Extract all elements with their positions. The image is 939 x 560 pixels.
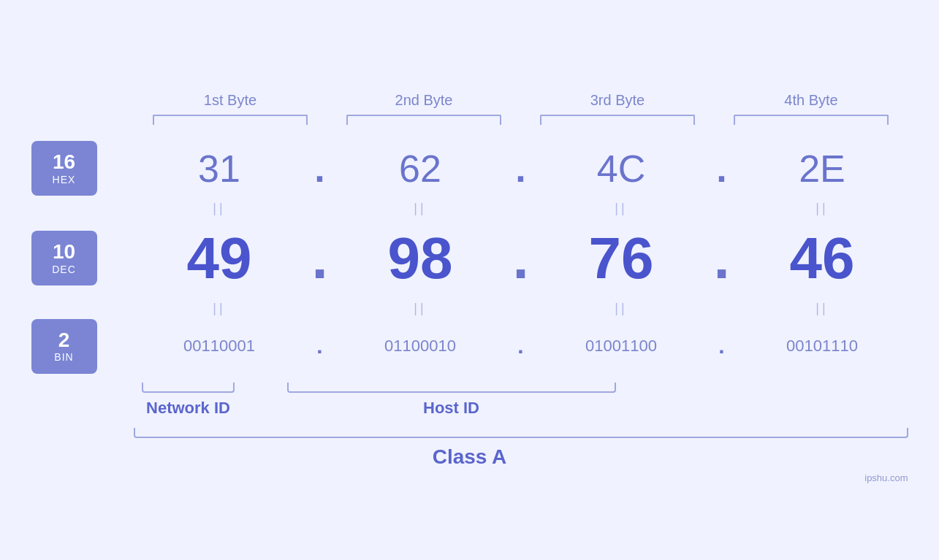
top-bracket-4: [715, 115, 908, 125]
class-a-bracket: [134, 428, 908, 438]
equals-1-3: ||: [536, 201, 707, 216]
dec-dot-2: .: [506, 225, 536, 292]
equals-2-4: ||: [737, 301, 908, 316]
top-bracket-1: [134, 115, 327, 125]
dec-byte-4: 46: [737, 219, 908, 298]
byte-header-2: 2nd Byte: [327, 92, 521, 109]
class-a-label: Class A: [31, 445, 908, 469]
dec-byte-2: 98: [335, 219, 506, 298]
bin-dot-3: .: [707, 334, 737, 358]
top-bracket-2: [327, 115, 521, 125]
watermark: ipshu.com: [864, 472, 908, 483]
dec-byte-1: 49: [134, 219, 305, 298]
byte-header-3: 3rd Byte: [521, 92, 715, 109]
network-id-bracket: [142, 383, 235, 393]
equals-2-2: ||: [335, 301, 506, 316]
bin-byte-4: 00101110: [737, 329, 908, 363]
equals-1-1: ||: [134, 201, 305, 216]
hex-byte-3: 4C: [536, 139, 707, 198]
byte-header-4: 4th Byte: [715, 92, 908, 109]
dec-dot-1: .: [305, 225, 335, 292]
hex-byte-4: 2E: [737, 139, 908, 198]
equals-2-3: ||: [536, 301, 707, 316]
hex-byte-2: 62: [335, 139, 506, 198]
dec-dot-3: .: [707, 225, 737, 292]
equals-1-2: ||: [335, 201, 506, 216]
hex-badge: 16 HEX: [31, 141, 97, 196]
host-id-bracket: [287, 383, 616, 393]
host-id-label: Host ID: [273, 399, 631, 418]
hex-dot-3: .: [707, 147, 737, 191]
byte-header-1: 1st Byte: [134, 92, 327, 109]
dec-byte-3: 76: [536, 219, 707, 298]
equals-1-4: ||: [737, 201, 908, 216]
hex-dot-1: .: [305, 147, 335, 191]
bin-byte-3: 01001100: [536, 329, 707, 363]
bin-badge: 2 BIN: [31, 319, 97, 374]
bin-byte-2: 01100010: [335, 329, 506, 363]
hex-byte-1: 31: [134, 139, 305, 198]
hex-dot-2: .: [506, 147, 536, 191]
top-bracket-3: [521, 115, 715, 125]
dec-badge: 10 DEC: [31, 231, 97, 285]
network-id-label: Network ID: [134, 399, 243, 418]
bin-dot-1: .: [305, 334, 335, 358]
bin-byte-1: 00110001: [134, 329, 305, 363]
bin-dot-2: .: [506, 334, 536, 358]
equals-2-1: ||: [134, 301, 305, 316]
